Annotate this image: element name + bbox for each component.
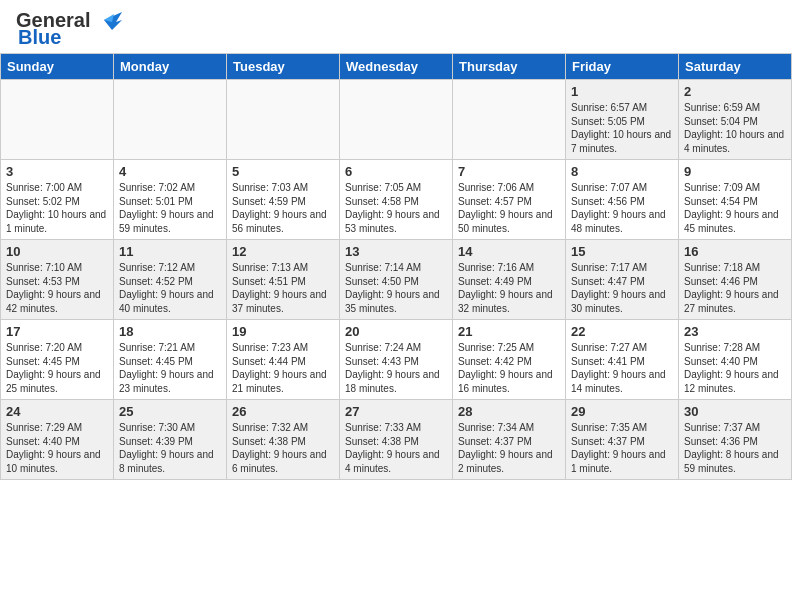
day-number: 2 [684,84,786,99]
calendar-header-saturday: Saturday [679,54,792,80]
calendar-cell: 19Sunrise: 7:23 AM Sunset: 4:44 PM Dayli… [227,320,340,400]
logo: General Blue [16,8,126,49]
calendar-header-friday: Friday [566,54,679,80]
day-number: 17 [6,324,108,339]
day-info: Sunrise: 7:13 AM Sunset: 4:51 PM Dayligh… [232,261,334,315]
calendar-cell: 15Sunrise: 7:17 AM Sunset: 4:47 PM Dayli… [566,240,679,320]
day-info: Sunrise: 7:05 AM Sunset: 4:58 PM Dayligh… [345,181,447,235]
calendar-cell [114,80,227,160]
calendar-cell: 23Sunrise: 7:28 AM Sunset: 4:40 PM Dayli… [679,320,792,400]
calendar-cell: 6Sunrise: 7:05 AM Sunset: 4:58 PM Daylig… [340,160,453,240]
logo-blue: Blue [18,26,61,49]
day-info: Sunrise: 7:16 AM Sunset: 4:49 PM Dayligh… [458,261,560,315]
calendar-header-thursday: Thursday [453,54,566,80]
day-info: Sunrise: 7:24 AM Sunset: 4:43 PM Dayligh… [345,341,447,395]
calendar-cell: 16Sunrise: 7:18 AM Sunset: 4:46 PM Dayli… [679,240,792,320]
day-number: 30 [684,404,786,419]
day-number: 22 [571,324,673,339]
calendar-cell: 21Sunrise: 7:25 AM Sunset: 4:42 PM Dayli… [453,320,566,400]
calendar-cell [227,80,340,160]
day-info: Sunrise: 7:32 AM Sunset: 4:38 PM Dayligh… [232,421,334,475]
day-info: Sunrise: 7:29 AM Sunset: 4:40 PM Dayligh… [6,421,108,475]
day-number: 12 [232,244,334,259]
calendar-cell: 2Sunrise: 6:59 AM Sunset: 5:04 PM Daylig… [679,80,792,160]
day-number: 16 [684,244,786,259]
day-info: Sunrise: 7:27 AM Sunset: 4:41 PM Dayligh… [571,341,673,395]
calendar-cell: 26Sunrise: 7:32 AM Sunset: 4:38 PM Dayli… [227,400,340,480]
logo-bird-icon [94,8,126,32]
calendar-table: SundayMondayTuesdayWednesdayThursdayFrid… [0,53,792,480]
day-number: 8 [571,164,673,179]
calendar-week-4: 17Sunrise: 7:20 AM Sunset: 4:45 PM Dayli… [1,320,792,400]
day-number: 5 [232,164,334,179]
day-info: Sunrise: 7:02 AM Sunset: 5:01 PM Dayligh… [119,181,221,235]
calendar-cell: 18Sunrise: 7:21 AM Sunset: 4:45 PM Dayli… [114,320,227,400]
calendar-cell: 29Sunrise: 7:35 AM Sunset: 4:37 PM Dayli… [566,400,679,480]
day-info: Sunrise: 7:23 AM Sunset: 4:44 PM Dayligh… [232,341,334,395]
calendar-cell: 28Sunrise: 7:34 AM Sunset: 4:37 PM Dayli… [453,400,566,480]
calendar-cell: 11Sunrise: 7:12 AM Sunset: 4:52 PM Dayli… [114,240,227,320]
day-number: 15 [571,244,673,259]
calendar-cell: 30Sunrise: 7:37 AM Sunset: 4:36 PM Dayli… [679,400,792,480]
calendar-cell: 5Sunrise: 7:03 AM Sunset: 4:59 PM Daylig… [227,160,340,240]
day-number: 9 [684,164,786,179]
day-number: 29 [571,404,673,419]
day-info: Sunrise: 7:25 AM Sunset: 4:42 PM Dayligh… [458,341,560,395]
calendar-cell: 8Sunrise: 7:07 AM Sunset: 4:56 PM Daylig… [566,160,679,240]
day-number: 28 [458,404,560,419]
calendar-cell: 22Sunrise: 7:27 AM Sunset: 4:41 PM Dayli… [566,320,679,400]
calendar-body: 1Sunrise: 6:57 AM Sunset: 5:05 PM Daylig… [1,80,792,480]
calendar-week-2: 3Sunrise: 7:00 AM Sunset: 5:02 PM Daylig… [1,160,792,240]
day-number: 27 [345,404,447,419]
calendar-cell: 27Sunrise: 7:33 AM Sunset: 4:38 PM Dayli… [340,400,453,480]
day-number: 21 [458,324,560,339]
day-number: 1 [571,84,673,99]
day-info: Sunrise: 7:06 AM Sunset: 4:57 PM Dayligh… [458,181,560,235]
day-info: Sunrise: 7:35 AM Sunset: 4:37 PM Dayligh… [571,421,673,475]
day-info: Sunrise: 7:03 AM Sunset: 4:59 PM Dayligh… [232,181,334,235]
day-number: 26 [232,404,334,419]
day-info: Sunrise: 6:59 AM Sunset: 5:04 PM Dayligh… [684,101,786,155]
day-info: Sunrise: 6:57 AM Sunset: 5:05 PM Dayligh… [571,101,673,155]
calendar-cell [1,80,114,160]
day-number: 3 [6,164,108,179]
day-number: 11 [119,244,221,259]
calendar-cell: 10Sunrise: 7:10 AM Sunset: 4:53 PM Dayli… [1,240,114,320]
day-info: Sunrise: 7:21 AM Sunset: 4:45 PM Dayligh… [119,341,221,395]
day-info: Sunrise: 7:20 AM Sunset: 4:45 PM Dayligh… [6,341,108,395]
day-number: 24 [6,404,108,419]
day-info: Sunrise: 7:17 AM Sunset: 4:47 PM Dayligh… [571,261,673,315]
day-number: 18 [119,324,221,339]
calendar-header-wednesday: Wednesday [340,54,453,80]
day-number: 23 [684,324,786,339]
day-info: Sunrise: 7:34 AM Sunset: 4:37 PM Dayligh… [458,421,560,475]
day-number: 10 [6,244,108,259]
day-number: 20 [345,324,447,339]
calendar-cell: 9Sunrise: 7:09 AM Sunset: 4:54 PM Daylig… [679,160,792,240]
calendar-cell: 4Sunrise: 7:02 AM Sunset: 5:01 PM Daylig… [114,160,227,240]
calendar-cell: 17Sunrise: 7:20 AM Sunset: 4:45 PM Dayli… [1,320,114,400]
calendar-cell: 24Sunrise: 7:29 AM Sunset: 4:40 PM Dayli… [1,400,114,480]
calendar-cell: 25Sunrise: 7:30 AM Sunset: 4:39 PM Dayli… [114,400,227,480]
day-info: Sunrise: 7:10 AM Sunset: 4:53 PM Dayligh… [6,261,108,315]
day-number: 7 [458,164,560,179]
day-number: 25 [119,404,221,419]
calendar-header-row: SundayMondayTuesdayWednesdayThursdayFrid… [1,54,792,80]
day-info: Sunrise: 7:14 AM Sunset: 4:50 PM Dayligh… [345,261,447,315]
calendar-cell: 7Sunrise: 7:06 AM Sunset: 4:57 PM Daylig… [453,160,566,240]
day-info: Sunrise: 7:07 AM Sunset: 4:56 PM Dayligh… [571,181,673,235]
calendar-week-3: 10Sunrise: 7:10 AM Sunset: 4:53 PM Dayli… [1,240,792,320]
day-info: Sunrise: 7:28 AM Sunset: 4:40 PM Dayligh… [684,341,786,395]
day-number: 4 [119,164,221,179]
day-number: 6 [345,164,447,179]
calendar-header-sunday: Sunday [1,54,114,80]
calendar-cell: 14Sunrise: 7:16 AM Sunset: 4:49 PM Dayli… [453,240,566,320]
day-info: Sunrise: 7:37 AM Sunset: 4:36 PM Dayligh… [684,421,786,475]
calendar-cell: 12Sunrise: 7:13 AM Sunset: 4:51 PM Dayli… [227,240,340,320]
calendar-cell [453,80,566,160]
day-info: Sunrise: 7:18 AM Sunset: 4:46 PM Dayligh… [684,261,786,315]
calendar-cell: 13Sunrise: 7:14 AM Sunset: 4:50 PM Dayli… [340,240,453,320]
day-info: Sunrise: 7:09 AM Sunset: 4:54 PM Dayligh… [684,181,786,235]
day-number: 13 [345,244,447,259]
calendar-header-monday: Monday [114,54,227,80]
